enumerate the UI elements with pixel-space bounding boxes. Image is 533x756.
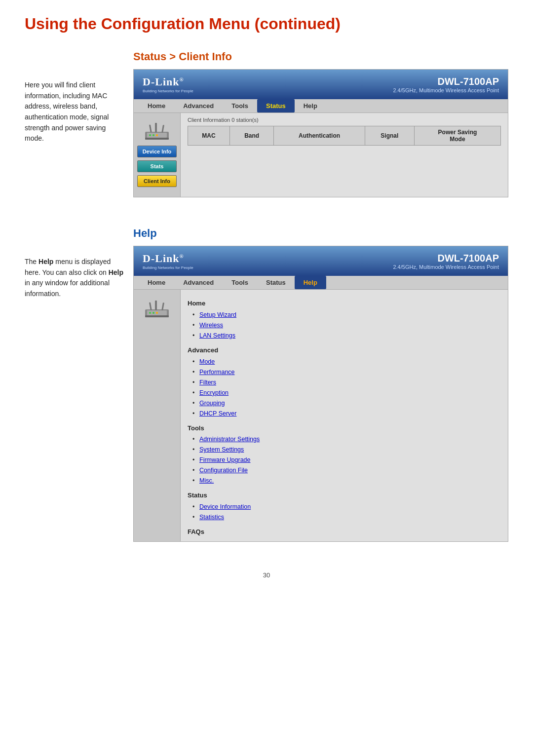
help-link-statistics[interactable]: Statistics [199, 514, 224, 521]
help-tools-item-2: System Settings [192, 445, 501, 454]
help-advanced-title: Advanced [188, 345, 501, 356]
page-number: 30 [25, 571, 508, 579]
dlink-model-desc-1: 2.4/5GHz, Multimode Wireless Access Poin… [393, 87, 499, 93]
help-link-firmware-upgrade[interactable]: Firmware Upgrade [199, 456, 251, 463]
client-info-label: Client Information 0 station(s) [188, 117, 501, 123]
nav-help-2[interactable]: Help [295, 276, 326, 289]
help-home-title: Home [188, 299, 501, 309]
sidebar-device-info-1[interactable]: Device Info [137, 146, 177, 157]
help-advanced-item-5: Grouping [192, 398, 501, 408]
dlink-nav-1: Home Advanced Tools Status Help [134, 99, 508, 113]
svg-rect-5 [155, 123, 157, 133]
col-signal: Signal [365, 126, 414, 146]
nav-status-2[interactable]: Status [257, 276, 295, 289]
nav-tools-2[interactable]: Tools [223, 276, 257, 289]
help-status-list: Device Information Statistics [192, 502, 501, 522]
dlink-main-1: Client Information 0 station(s) MAC Band… [181, 113, 508, 197]
router-icon-1 [140, 118, 174, 143]
col-mac: MAC [188, 126, 230, 146]
svg-point-3 [152, 134, 154, 136]
dlink-sidebar-1: Device Info Stats Client Info [134, 113, 181, 197]
help-link-admin-settings[interactable]: Administrator Settings [199, 436, 260, 443]
help-link-system-settings[interactable]: System Settings [199, 446, 244, 453]
help-home-item-1: Setup Wizard [192, 310, 501, 320]
dlink-model-name-1: DWL-7100AP [393, 76, 499, 87]
section2-right: Help D-Link® Building Networks for Peopl… [133, 227, 508, 542]
help-advanced-item-1: Mode [192, 357, 501, 367]
help-home-item-2: Wireless [192, 320, 501, 330]
help-advanced-item-2: Performance [192, 367, 501, 377]
svg-rect-14 [155, 301, 157, 310]
help-link-setup-wizard[interactable]: Setup Wizard [199, 311, 236, 318]
help-link-grouping[interactable]: Grouping [199, 400, 225, 407]
svg-point-11 [149, 312, 151, 314]
dlink-logo-sub-2: Building Networks for People [143, 265, 193, 270]
dlink-model-2: DWL-7100AP 2.4/5GHz, Multimode Wireless … [393, 253, 499, 270]
dlink-panel-2: D-Link® Building Networks for People DWL… [133, 246, 508, 542]
help-link-config-file[interactable]: Configuration File [199, 467, 248, 474]
sidebar-client-info-1[interactable]: Client Info [137, 175, 177, 187]
nav-home-2[interactable]: Home [139, 276, 174, 289]
svg-point-13 [156, 312, 158, 314]
help-home-item-3: LAN Settings [192, 331, 501, 340]
help-link-lan-settings[interactable]: LAN Settings [199, 332, 235, 339]
help-link-mode[interactable]: Mode [199, 358, 215, 365]
nav-home-1[interactable]: Home [139, 99, 174, 113]
help-advanced-item-6: DHCP Server [192, 409, 501, 418]
router-icon-2 [140, 296, 174, 320]
help-tools-item-1: Administrator Settings [192, 434, 501, 444]
help-link-misc[interactable]: Misc. [199, 477, 214, 484]
svg-rect-16 [161, 302, 164, 310]
section1-desc-text: Here you will find client information, i… [25, 81, 109, 142]
section1-heading: Status > Client Info [133, 50, 508, 63]
help-tools-title: Tools [188, 423, 501, 434]
svg-rect-17 [145, 315, 169, 317]
col-power-saving: Power SavingMode [414, 126, 500, 146]
dlink-model-name-2: DWL-7100AP [393, 253, 499, 264]
dlink-main-2: Home Setup Wizard Wireless LAN Settings … [181, 290, 508, 541]
help-status-item-2: Statistics [192, 512, 501, 522]
dlink-model-1: DWL-7100AP 2.4/5GHz, Multimode Wireless … [393, 76, 499, 93]
section2-heading: Help [133, 227, 508, 240]
client-table: MAC Band Authentication Signal Power Sav… [188, 126, 501, 146]
help-link-dhcp-server[interactable]: DHCP Server [199, 410, 236, 417]
help-link-device-info[interactable]: Device Information [199, 503, 251, 510]
nav-status-1[interactable]: Status [257, 99, 295, 113]
dlink-logo-2: D-Link® Building Networks for People [143, 252, 193, 270]
section1-description: Here you will find client information, i… [25, 80, 133, 144]
nav-advanced-2[interactable]: Advanced [174, 276, 223, 289]
nav-tools-1[interactable]: Tools [223, 99, 257, 113]
help-tools-item-3: Firmware Upgrade [192, 455, 501, 465]
dlink-header-2: D-Link® Building Networks for People DWL… [134, 246, 508, 276]
nav-advanced-1[interactable]: Advanced [174, 99, 223, 113]
svg-rect-6 [149, 124, 152, 132]
dlink-panel-1: D-Link® Building Networks for People DWL… [133, 69, 508, 197]
help-link-wireless[interactable]: Wireless [199, 322, 223, 329]
help-link-encryption[interactable]: Encryption [199, 389, 228, 396]
svg-point-4 [156, 134, 158, 136]
dlink-model-desc-2: 2.4/5GHz, Multimode Wireless Access Poin… [393, 264, 499, 270]
svg-point-12 [152, 312, 154, 314]
sidebar-stats-1[interactable]: Stats [137, 160, 177, 172]
svg-rect-15 [149, 302, 152, 310]
section-help: The Help menu is displayed here. You can… [25, 227, 508, 542]
section2-desc-text: The Help menu is displayed here. You can… [25, 258, 123, 298]
help-status-item-1: Device Information [192, 502, 501, 512]
help-advanced-item-3: Filters [192, 378, 501, 387]
nav-help-1[interactable]: Help [295, 99, 326, 113]
help-status-title: Status [188, 491, 501, 501]
dlink-header-1: D-Link® Building Networks for People DWL… [134, 70, 508, 99]
dlink-logo-1: D-Link® Building Networks for People [143, 76, 193, 93]
dlink-body-1: Device Info Stats Client Info Client Inf… [134, 113, 508, 197]
dlink-sidebar-2 [134, 290, 181, 541]
section1-right: Status > Client Info D-Link® Building Ne… [133, 50, 508, 197]
help-home-list: Setup Wizard Wireless LAN Settings [192, 310, 501, 340]
section2-description: The Help menu is displayed here. You can… [25, 257, 133, 300]
help-link-performance[interactable]: Performance [199, 369, 235, 376]
help-link-filters[interactable]: Filters [199, 379, 216, 386]
page-title: Using the Configuration Menu (continued) [25, 15, 508, 33]
dlink-body-2: Home Setup Wizard Wireless LAN Settings … [134, 290, 508, 541]
help-tools-list: Administrator Settings System Settings F… [192, 434, 501, 486]
col-band: Band [229, 126, 274, 146]
help-faqs-label[interactable]: FAQs [188, 527, 501, 537]
